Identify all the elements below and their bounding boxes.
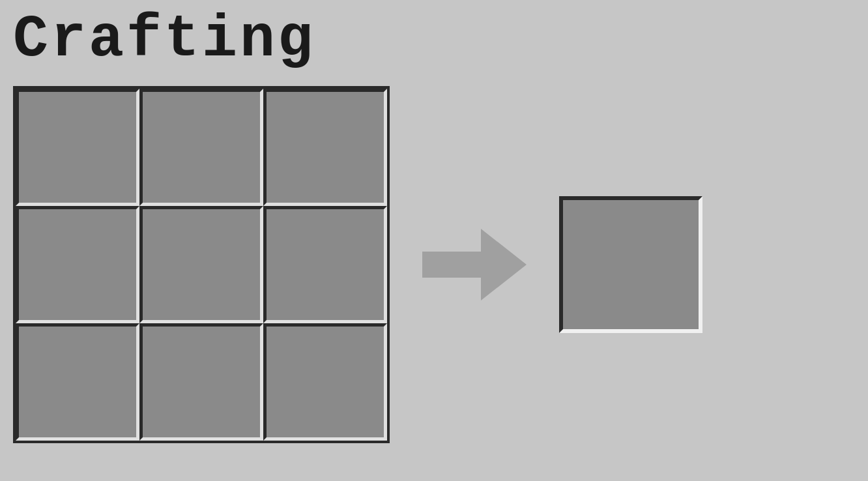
grid-cell-8[interactable]: [263, 323, 387, 441]
result-slot[interactable]: [559, 196, 702, 333]
grid-cell-4[interactable]: [139, 206, 263, 323]
grid-cell-5[interactable]: [263, 206, 387, 323]
crafting-area: [13, 86, 702, 443]
grid-cell-0[interactable]: [16, 89, 139, 206]
crafting-grid: [13, 86, 390, 443]
page-title: Crafting: [13, 7, 315, 73]
grid-cell-6[interactable]: [16, 323, 139, 441]
crafting-arrow: [429, 239, 520, 291]
arrow-head: [481, 229, 527, 300]
arrow-shaft: [422, 252, 481, 278]
grid-cell-7[interactable]: [139, 323, 263, 441]
grid-cell-2[interactable]: [263, 89, 387, 206]
grid-cell-1[interactable]: [139, 89, 263, 206]
arrow-right-icon: [422, 229, 527, 300]
grid-cell-3[interactable]: [16, 206, 139, 323]
